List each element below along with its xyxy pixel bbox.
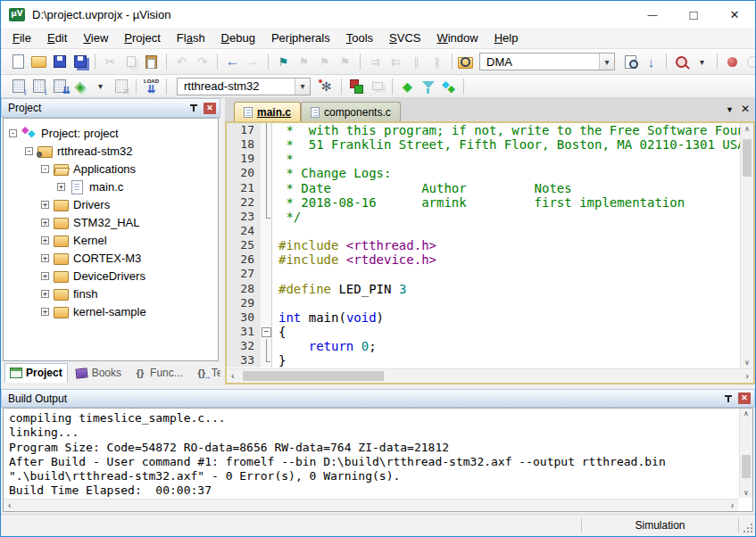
close-panel-button[interactable] <box>204 103 216 114</box>
fold-margin[interactable] <box>261 296 272 310</box>
fold-margin[interactable] <box>261 238 272 252</box>
fold-margin[interactable] <box>261 210 272 224</box>
comment-icon[interactable] <box>407 53 426 70</box>
resize-grip[interactable] <box>739 515 755 535</box>
navigate-forward-icon[interactable] <box>244 53 262 70</box>
expander-icon[interactable]: + <box>41 236 49 244</box>
build-output-text[interactable]: compiling timeslice_sample.c...linking..… <box>4 409 738 498</box>
fold-margin[interactable] <box>261 166 272 180</box>
undo-icon[interactable] <box>172 53 191 70</box>
pin-icon[interactable] <box>187 102 200 114</box>
menu-item-project[interactable]: Project <box>116 29 168 47</box>
translate-icon[interactable] <box>9 78 28 95</box>
close-document-icon[interactable] <box>741 102 750 115</box>
code-area[interactable]: 17 * with this program; if not, write to… <box>227 123 740 368</box>
build-horizontal-scrollbar[interactable] <box>4 499 738 511</box>
document-tab-main-c[interactable]: main.c <box>234 102 301 121</box>
fold-margin[interactable] <box>261 224 272 238</box>
menu-item-debug[interactable]: Debug <box>213 29 263 47</box>
open-file-icon[interactable] <box>29 53 48 70</box>
tree-item-kernel[interactable]: +Kernel <box>4 231 218 249</box>
expander-icon[interactable]: + <box>41 290 49 298</box>
new-file-icon[interactable] <box>9 53 28 70</box>
dropdown-button[interactable] <box>599 54 614 70</box>
fold-margin[interactable] <box>261 267 272 281</box>
target-combobox[interactable]: rtthread-stm32 <box>177 78 311 95</box>
function-filter-icon[interactable] <box>419 78 437 95</box>
navigate-back-icon[interactable] <box>223 53 242 70</box>
tree-item-stm32-hal[interactable]: +STM32_HAL <box>4 213 218 231</box>
expander-icon[interactable]: - <box>25 147 33 155</box>
pane-tab-project[interactable]: Project <box>4 363 68 383</box>
find-in-files-icon[interactable] <box>458 57 473 69</box>
copy-icon[interactable] <box>121 53 140 70</box>
tree-item-applications[interactable]: -Applications <box>4 160 218 178</box>
expander-icon[interactable]: - <box>9 129 17 137</box>
quick-find-icon[interactable] <box>672 53 691 70</box>
menu-item-svcs[interactable]: SVCS <box>381 29 428 47</box>
manage-components-icon[interactable] <box>347 78 366 95</box>
menu-item-window[interactable]: Window <box>428 29 486 47</box>
tree-item-rtthread-stm32[interactable]: -rtthread-stm32 <box>4 142 218 160</box>
tree-item-drivers[interactable]: +Drivers <box>4 195 218 213</box>
editor-vertical-scrollbar[interactable] <box>740 123 753 368</box>
find-in-document-icon[interactable] <box>621 53 640 70</box>
expander-icon[interactable]: + <box>41 201 49 209</box>
maximize-button[interactable] <box>673 1 714 28</box>
simulator-icon[interactable] <box>398 78 417 95</box>
batch-build-icon[interactable] <box>71 78 89 95</box>
search-combobox[interactable]: DMA <box>479 53 615 70</box>
fold-margin[interactable] <box>261 353 272 368</box>
outdent-icon[interactable] <box>386 53 405 70</box>
pack-installer-icon[interactable] <box>439 78 458 95</box>
fold-margin[interactable] <box>261 252 272 267</box>
menu-item-peripherals[interactable]: Peripherals <box>263 29 338 47</box>
scroll-thumb[interactable] <box>742 455 751 478</box>
expander-icon[interactable]: + <box>41 308 49 316</box>
dropdown-caret-icon[interactable] <box>91 78 110 95</box>
document-tab-components-c[interactable]: components.c <box>301 102 401 121</box>
fold-margin[interactable] <box>261 181 272 195</box>
fold-margin[interactable] <box>261 195 272 210</box>
cut-icon[interactable] <box>101 53 120 70</box>
close-panel-button[interactable] <box>738 392 751 404</box>
menu-item-edit[interactable]: Edit <box>39 29 75 47</box>
tree-item-devicedrivers[interactable]: +DeviceDrivers <box>4 267 218 285</box>
tree-item-main-c[interactable]: +main.c <box>4 178 218 195</box>
menu-item-view[interactable]: View <box>75 29 116 47</box>
fold-margin[interactable] <box>261 325 272 339</box>
fold-margin[interactable] <box>261 310 272 325</box>
expander-icon[interactable]: + <box>57 183 65 191</box>
pane-tab-books[interactable]: Books <box>71 364 126 382</box>
menu-item-help[interactable]: Help <box>486 29 527 47</box>
dropdown-caret-icon[interactable] <box>693 53 711 70</box>
incremental-find-icon[interactable] <box>642 53 660 70</box>
stop-build-icon[interactable] <box>112 78 130 95</box>
window-list-icon[interactable] <box>726 102 734 115</box>
expander-icon[interactable]: + <box>41 219 49 227</box>
download-icon[interactable] <box>142 78 161 95</box>
paste-icon[interactable] <box>142 53 161 70</box>
close-window-button[interactable] <box>714 1 755 28</box>
tree-item-kernel-sample[interactable]: +kernel-sample <box>4 302 218 320</box>
insert-bookmark-icon[interactable] <box>274 53 293 70</box>
build-vertical-scrollbar[interactable] <box>739 409 752 498</box>
tree-item-finsh[interactable]: +finsh <box>4 285 218 302</box>
file-extensions-icon[interactable] <box>368 78 386 95</box>
expander-icon[interactable]: + <box>41 254 49 262</box>
tree-item-cortex-m3[interactable]: +CORTEX-M3 <box>4 249 218 267</box>
fold-margin[interactable] <box>261 339 272 353</box>
editor-horizontal-scrollbar[interactable] <box>227 368 753 383</box>
fold-margin[interactable] <box>261 152 272 166</box>
save-all-icon[interactable] <box>71 53 89 70</box>
menu-item-flash[interactable]: Flash <box>169 29 213 47</box>
previous-bookmark-icon[interactable] <box>295 53 313 70</box>
next-bookmark-icon[interactable] <box>315 53 334 70</box>
scroll-thumb[interactable] <box>243 371 384 381</box>
clear-bookmarks-icon[interactable] <box>336 53 354 70</box>
menu-item-tools[interactable]: Tools <box>338 29 381 47</box>
pin-icon[interactable] <box>722 392 735 405</box>
breakpoint-icon[interactable] <box>723 53 742 70</box>
redo-icon[interactable] <box>193 53 212 70</box>
uncomment-icon[interactable] <box>428 53 446 70</box>
